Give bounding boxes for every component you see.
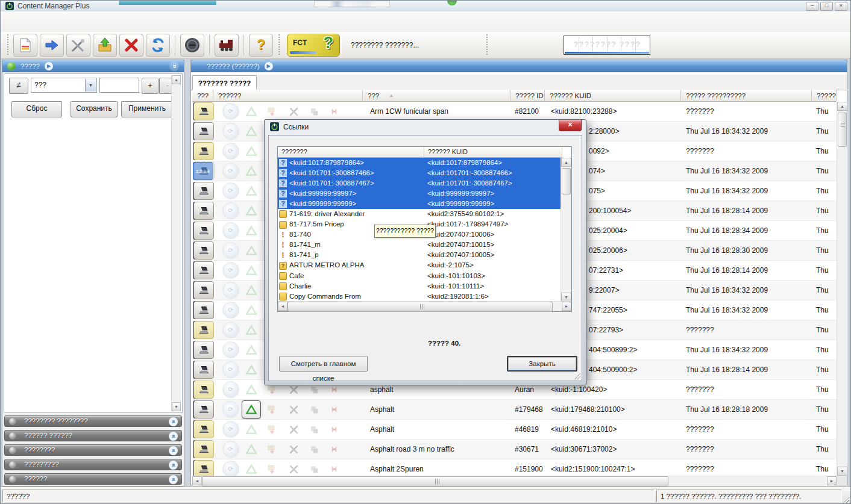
ribbon-icon[interactable] [326,460,342,476]
reference-row[interactable]: 71-619: driver Alexander <kuid2:375549:6… [278,209,562,219]
chevron-expand-icon[interactable]: » [169,461,178,470]
scroll-left-icon[interactable]: ◄ [278,302,287,311]
column-header[interactable]: ?????? KUID [545,90,681,102]
toolbar-gripper[interactable] [277,34,280,56]
triangle-icon[interactable] [242,301,261,319]
disc-icon[interactable]: ⟳ [221,182,240,200]
triangle-icon[interactable] [242,420,261,438]
collapsed-panel-bar[interactable]: ???????? » [4,444,182,456]
reference-row[interactable]: Cafe <kuid:-101:10103> [278,271,562,281]
triangle-icon[interactable] [242,102,261,120]
filter-field-select[interactable]: ??? ▼ [31,78,97,93]
train-button[interactable] [215,34,239,57]
filter-value-input[interactable] [99,78,139,93]
help-button[interactable]: ? [249,34,273,57]
triangle-icon[interactable] [242,281,261,299]
reference-row[interactable]: ? <kuid:1017:879879864> <kuid:1017:87987… [278,158,562,168]
scroll-right-icon[interactable]: ► [827,476,837,485]
chevron-expand-icon[interactable]: » [169,417,178,426]
disc-icon[interactable]: ⟳ [221,281,240,299]
tools-icon[interactable] [284,440,303,458]
table-row[interactable]: ⟳ Asphalt road 3 m no traffic #30671 <ku… [192,440,837,459]
delete-button[interactable] [119,34,143,57]
reference-row[interactable]: ? <kuid:999999:99997> <kuid:999999:99997… [278,188,562,199]
ribbon-icon[interactable] [326,102,342,120]
not-equal-button[interactable]: ≠ [9,78,28,94]
dialog-resize-grip[interactable] [573,372,580,379]
laptop-status-icon[interactable] [193,321,214,339]
references-dialog[interactable]: Ссылки × ??????? ?????? KUID ? <kuid:101… [264,119,586,385]
disc-icon[interactable]: ⟳ [221,440,240,458]
laptop-status-icon[interactable] [193,182,214,200]
triangle-icon[interactable] [242,241,261,260]
scrollbar-thumb[interactable] [562,168,571,194]
scrollbar-thumb[interactable] [202,476,668,487]
disc-icon[interactable]: ⟳ [221,122,240,140]
collapsed-panel-bar[interactable]: ?????? ?????? » [4,430,182,441]
dialog-close-button[interactable]: × [559,120,582,131]
disc-icon[interactable]: ⟳ [221,162,240,180]
laptop-status-icon[interactable] [193,122,214,140]
play-icon[interactable]: ▶ [45,62,53,70]
dialog-close-action-button[interactable]: Закрыть [507,356,577,372]
scroll-up-icon[interactable]: ▲ [837,102,847,111]
gauge-button[interactable] [180,34,204,57]
collapsed-panel-bar[interactable]: ???????? ???????? » [4,415,182,427]
disc-icon[interactable]: ⟳ [221,361,240,379]
laptop-status-icon[interactable] [193,341,214,359]
references-list[interactable]: ??????? ?????? KUID ? <kuid:1017:8798798… [277,146,572,312]
collapsed-panel-bar[interactable]: ????????? » [4,459,182,470]
disc-icon[interactable]: ⟳ [221,222,240,240]
reference-row[interactable]: ? <kuid:999999:99999> <kuid:999999:99999… [278,199,562,209]
horizontal-scrollbar[interactable]: ◄ ► [192,476,837,486]
download-package-icon[interactable] [263,460,281,476]
scrollbar-thumb[interactable] [287,302,553,312]
disc-icon[interactable]: ⟳ [221,261,240,279]
toolbar-gripper[interactable] [485,34,488,56]
disc-icon[interactable]: ⟳ [221,460,240,476]
window-resize-grip[interactable] [841,496,849,503]
triangle-icon[interactable] [242,222,261,240]
column-header[interactable]: ?????? [213,90,363,102]
triangle-icon[interactable] [242,460,261,476]
laptop-status-icon[interactable] [193,400,214,418]
laptop-status-icon[interactable] [193,222,214,240]
download-package-icon[interactable] [263,440,281,458]
disc-icon[interactable]: ⟳ [221,341,240,359]
reference-row[interactable]: ! 81-741_m <kuid:207407:10015> [278,240,562,250]
column-header[interactable]: ????? [812,90,837,102]
scroll-down-icon[interactable]: ▼ [561,293,571,302]
laptop-status-icon[interactable] [193,361,214,379]
laptop-status-icon[interactable] [193,440,214,458]
scroll-up-icon[interactable]: ▲ [172,75,181,84]
squares-icon[interactable] [305,400,324,418]
ribbon-icon[interactable] [326,440,342,458]
title-bar[interactable]: Content Manager Plus – □ × [1,1,850,12]
triangle-icon[interactable] [242,182,261,200]
disc-icon[interactable]: ⟳ [221,142,240,160]
toolbar-gripper[interactable] [6,34,9,56]
document-button[interactable] [13,34,37,57]
triangle-icon[interactable] [242,381,261,399]
play-icon[interactable]: ▶ [265,62,273,70]
collapsed-panel-bar[interactable]: ?????? » [4,473,182,485]
table-row[interactable]: ⟳ Asphalt #179468 <kuid:179468:210100> T… [192,400,837,420]
reset-button[interactable]: Сброс [11,101,62,117]
disc-icon[interactable]: ⟳ [221,301,240,319]
reference-row[interactable]: Charlie <kuid:-101:10111> [278,281,562,291]
column-header[interactable]: ???▲ [363,90,510,102]
chevron-expand-icon[interactable]: » [169,475,178,484]
triangle-icon[interactable] [242,202,261,220]
reference-row[interactable]: ? <kuid:101701:-300887467> <kuid:101701:… [278,178,562,188]
laptop-status-icon[interactable] [193,241,214,260]
download-package-icon[interactable] [263,102,281,120]
tools-icon[interactable] [284,102,303,120]
export-button[interactable] [40,34,64,57]
scroll-up-icon[interactable]: ▲ [561,158,571,167]
disc-icon[interactable]: ⟳ [221,400,240,418]
refresh-button[interactable] [146,34,170,57]
disc-icon[interactable]: ⟳ [221,241,240,260]
ref-column-kuid[interactable]: ?????? KUID [424,147,562,158]
triangle-icon[interactable] [242,361,261,379]
laptop-status-icon[interactable] [193,202,214,220]
